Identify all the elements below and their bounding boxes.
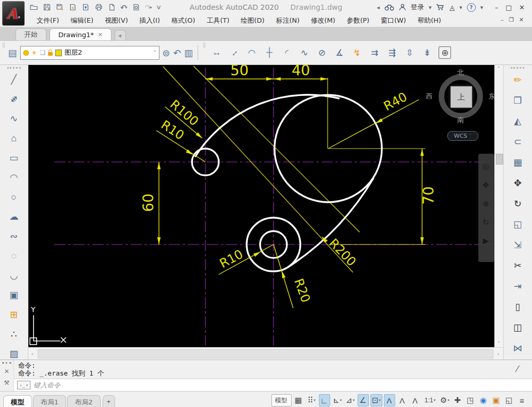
minimize-button[interactable]: –	[495, 4, 498, 11]
draw-tool-make-block[interactable]: ⊞	[4, 305, 24, 324]
layout-tab-layout1[interactable]: 布局1	[33, 395, 66, 407]
modify-tool-stretch[interactable]: ⇲	[507, 235, 528, 255]
command-prompt-icon[interactable]: ›_ ▾	[17, 381, 30, 389]
status-selection-cycling[interactable]: ◳	[465, 394, 476, 406]
status-snap-mode[interactable]: ⠿▾	[306, 394, 317, 406]
command-panel-grip[interactable]	[2, 362, 11, 364]
horizontal-scroll-thumb[interactable]	[38, 349, 493, 359]
vertical-scroll-thumb[interactable]	[496, 154, 503, 165]
doc-minimize-button[interactable]: –	[501, 17, 504, 23]
save-button[interactable]	[42, 3, 52, 12]
status-workspace-switching[interactable]: ⚙▾	[439, 394, 450, 406]
layout-tab-model[interactable]: 模型	[3, 395, 32, 407]
status-model-space[interactable]: 模型	[271, 394, 292, 406]
modify-tool-offset[interactable]: ⊂	[507, 132, 528, 152]
status-ortho[interactable]: ∟	[319, 394, 330, 406]
status-isolate-objects[interactable]: ▣	[491, 394, 502, 406]
dim-toolbar-grip[interactable]: ⣿	[203, 42, 206, 47]
menu-item[interactable]: 绘图(D)	[235, 15, 270, 26]
status-annotation-autoscale[interactable]: Ʌ	[397, 394, 408, 406]
dim-tool-aligned-dimension[interactable]: ↔	[223, 41, 246, 64]
tab-drawing1[interactable]: Drawing1* ✕	[50, 28, 111, 40]
status-customization[interactable]: ≡	[517, 394, 528, 406]
new-layout-button[interactable]: +	[103, 395, 115, 407]
dim-tool-arc-length-dimension[interactable]: ◠	[244, 44, 260, 61]
menu-item[interactable]: 帮助(H)	[412, 15, 447, 26]
nav-pan[interactable]: ✥	[478, 176, 494, 194]
close-button[interactable]: ✕	[519, 4, 525, 11]
app-store-cart-icon[interactable]	[436, 4, 445, 11]
menu-item[interactable]: 格式(O)	[166, 15, 201, 26]
doc-close-button[interactable]: ✕	[519, 17, 524, 23]
tab-close-icon[interactable]: ✕	[98, 31, 103, 38]
redo-button[interactable]: ↷ ▾	[144, 3, 153, 12]
viewcube[interactable]: 北 南 西 东 上	[436, 72, 486, 121]
make-object-layer-current-icon[interactable]: ⊚	[163, 47, 170, 58]
dim-tool-dimension-break[interactable]: ⇟	[419, 44, 435, 61]
layer-dropdown[interactable]: ☀ ❏ 图层2 ˅	[20, 46, 159, 60]
draw-tool-rectangle[interactable]: ▭	[4, 148, 24, 168]
horizontal-scrollbar[interactable]: ‹ ›	[28, 347, 503, 360]
modify-tool-break[interactable]: ◫	[507, 317, 528, 338]
status-annotation-visibility[interactable]: Ʌ	[384, 394, 395, 406]
status-grid[interactable]: ▦	[293, 394, 304, 406]
nav-orbit[interactable]: ↻	[478, 214, 494, 231]
new-drawing-button[interactable]	[107, 3, 116, 12]
modify-tool-mirror[interactable]: ◭	[507, 111, 528, 132]
doc-restore-button[interactable]: ❐	[509, 17, 514, 23]
command-close-icon[interactable]: ✕	[4, 368, 9, 375]
nav-navigation-wheel[interactable]: ◎	[478, 158, 494, 175]
toolbar-grip[interactable]: ⣿	[2, 42, 5, 47]
etransmit-button[interactable]	[81, 3, 90, 12]
viewcube-west[interactable]: 西	[426, 92, 433, 101]
menu-item[interactable]: 编辑(E)	[65, 15, 99, 26]
status-annotation-monitor[interactable]: Ʌ	[410, 394, 421, 406]
open-button[interactable]	[29, 3, 39, 12]
dim-tool-tolerance[interactable]: ⊕	[439, 46, 451, 59]
draw-tool-point[interactable]: ∴	[4, 324, 24, 344]
dim-tool-jogged-dimension[interactable]: ∿	[296, 44, 312, 61]
vertical-scrollbar[interactable]: ˄ ˅	[494, 65, 503, 347]
modify-tool-erase[interactable]: ✏	[507, 70, 528, 90]
modify-tool-rotate[interactable]: ↻	[507, 193, 528, 214]
scroll-right-icon[interactable]: ›	[494, 351, 503, 356]
new-tab-button[interactable]: +	[115, 30, 126, 40]
command-tools-wrench-icon[interactable]: ⚒	[4, 379, 10, 386]
layer-states-icon[interactable]: ▥	[184, 47, 193, 58]
dim-tool-radius-dimension[interactable]: ◜	[279, 44, 295, 61]
modify-tool-extend[interactable]: ⇥	[507, 276, 528, 297]
nav-showmotion[interactable]: ▶	[478, 232, 494, 250]
modify-tool-join[interactable]: ⋈	[507, 338, 528, 359]
modify-tool-copy[interactable]: ❐	[507, 90, 528, 111]
modify-tool-array[interactable]: ▦	[507, 152, 528, 173]
autocad-logo-button[interactable]: A ▾	[2, 1, 25, 26]
draw-toolbar-grip[interactable]	[7, 67, 21, 69]
dim-tool-baseline-dimension[interactable]: ⇉	[366, 44, 382, 61]
modify-tool-trim[interactable]: ✂	[507, 255, 528, 276]
plot-preview-button[interactable]	[132, 3, 141, 12]
status-graphics-performance[interactable]: ◉	[478, 394, 489, 406]
plot-button[interactable]	[68, 3, 77, 12]
menu-item[interactable]: 插入(I)	[134, 15, 166, 26]
drawing-svg[interactable]: 50 40 60 70 R100 R10 R40 R200 R10 R20	[28, 65, 494, 347]
scroll-left-icon[interactable]: ‹	[28, 351, 37, 356]
undo-button[interactable]: ↶ ▾	[120, 3, 128, 12]
draw-tool-revision-cloud[interactable]: ☁	[4, 207, 24, 226]
status-clean-screen[interactable]: ◱	[504, 394, 515, 406]
menu-item[interactable]: 窗口(W)	[375, 15, 412, 26]
draw-tool-circle[interactable]: ○	[4, 187, 24, 207]
sign-in-button[interactable]: 登录	[411, 3, 424, 12]
maximize-button[interactable]: □	[506, 4, 512, 11]
scroll-down-icon[interactable]: ˅	[495, 341, 503, 346]
modify-tool-break-at-point[interactable]: ▯	[507, 297, 528, 317]
modify-toolbar-grip[interactable]	[511, 67, 524, 69]
draw-tool-spline[interactable]: ∾	[4, 226, 24, 246]
dim-tool-continue-dimension[interactable]: ⇶	[384, 44, 400, 61]
viewcube-north[interactable]: 北	[436, 68, 486, 77]
draw-tool-polygon[interactable]: ⌂	[4, 128, 24, 148]
quick-access-more-button[interactable]: ˅	[156, 3, 162, 12]
status-isometric-drafting[interactable]: ⊿▾	[345, 394, 356, 406]
viewcube-south[interactable]: 南	[436, 116, 486, 125]
a360-share-icon[interactable]: ◬	[449, 4, 455, 11]
wcs-dropdown[interactable]: WCS ˅	[447, 131, 478, 141]
